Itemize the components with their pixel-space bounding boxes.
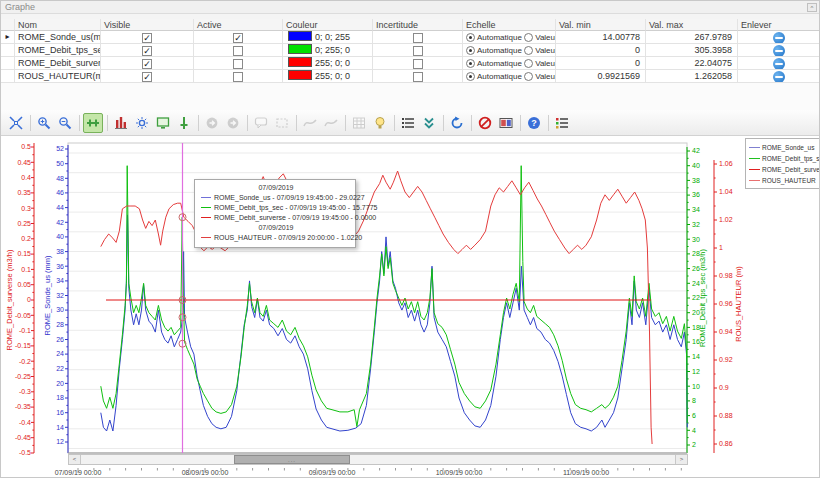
chart-cursor[interactable] <box>179 143 186 453</box>
echelle-radio-valeur[interactable] <box>524 72 533 81</box>
echelle-radio-valeur[interactable] <box>524 33 533 42</box>
echelle-radio-automatique[interactable] <box>466 72 475 81</box>
val-max-cell[interactable]: 22.04075 <box>646 57 738 70</box>
x-tick-label: 08/09/19 00:00 <box>182 469 229 476</box>
curve-list-icon[interactable] <box>398 113 418 133</box>
zoom-in-icon[interactable] <box>34 113 54 133</box>
active-checkbox[interactable] <box>233 72 243 82</box>
column-header-active[interactable]: Active <box>194 19 283 31</box>
compare-window-icon[interactable] <box>496 113 516 133</box>
val-min-cell[interactable]: 14.00778 <box>556 31 646 44</box>
collapse-all-icon[interactable] <box>419 113 439 133</box>
y-axis-title: ROME_Debit_tps_sec (m3/h) <box>698 249 707 347</box>
scrollbar-thumb[interactable]: ... <box>234 455 350 464</box>
refresh-icon[interactable] <box>447 113 467 133</box>
val-min-cell[interactable]: 0 <box>556 44 646 57</box>
echelle-radio-automatique[interactable] <box>466 46 475 55</box>
color-swatch[interactable] <box>288 44 312 54</box>
legend-item: ROME_Sonde_us <box>749 142 817 153</box>
val-max-cell[interactable]: 267.9789 <box>646 31 738 44</box>
column-header-nom[interactable]: Nom <box>15 19 101 31</box>
visible-checkbox[interactable]: ✓ <box>142 59 152 69</box>
x-tick-label: 09/09/19 00:00 <box>309 469 356 476</box>
curve-name[interactable]: ROME_Debit_tps_sec(m3/h) <box>15 44 101 57</box>
row-selector[interactable]: ▸ <box>1 31 15 44</box>
y-tick-label: 0.05 <box>17 281 31 288</box>
help-icon[interactable]: ? <box>524 113 544 133</box>
active-checkbox[interactable]: ✓ <box>233 33 243 43</box>
echelle-radio-valeur[interactable] <box>524 46 533 55</box>
table-row[interactable]: ROME_Debit_surverse(m3/h)✓255; 0; 0Autom… <box>1 57 820 70</box>
legend-options-icon[interactable] <box>552 113 572 133</box>
val-min-cell[interactable]: 0 <box>556 57 646 70</box>
active-checkbox[interactable] <box>233 46 243 56</box>
panel-collapse-button[interactable]: ^ <box>807 3 817 12</box>
vertical-slider-icon[interactable] <box>174 113 194 133</box>
incertitude-checkbox[interactable] <box>413 72 423 82</box>
column-header-enlever[interactable]: Enlever <box>738 19 820 31</box>
color-swatch[interactable] <box>288 31 312 41</box>
remove-curve-button[interactable] <box>773 71 785 83</box>
incertitude-checkbox[interactable] <box>413 59 423 69</box>
column-header-couleur[interactable]: Couleur <box>283 19 373 31</box>
zoom-out-icon[interactable] <box>55 113 75 133</box>
y-tick-label: 48 <box>56 175 64 182</box>
row-selector[interactable] <box>1 70 15 83</box>
legend-series-dash <box>749 180 760 181</box>
visible-checkbox[interactable]: ✓ <box>142 33 152 43</box>
column-header-val-max[interactable]: Val. max <box>646 19 738 31</box>
column-header-visible[interactable]: Visible <box>101 19 194 31</box>
column-header-val-min[interactable]: Val. min <box>556 19 646 31</box>
fit-to-window-icon[interactable] <box>6 113 26 133</box>
display-mode-icon[interactable] <box>153 113 173 133</box>
echelle-radio-automatique[interactable] <box>466 33 475 42</box>
y-tick-label: -0.5 <box>19 449 31 456</box>
scrollbar-left-arrow[interactable]: < <box>69 455 81 464</box>
y-tick-label: 42 <box>56 219 64 226</box>
y-tick-label: -0.4 <box>19 419 31 426</box>
stop-icon[interactable] <box>475 113 495 133</box>
echelle-radio-valeur[interactable] <box>524 59 533 68</box>
incertitude-checkbox[interactable] <box>413 46 423 56</box>
column-header-echelle[interactable]: Echelle <box>463 19 556 31</box>
y-axis-surverse: 0.50.450.40.350.30.250.20.150.10.050-0.0… <box>5 143 34 456</box>
settings-icon[interactable] <box>132 113 152 133</box>
remove-curve-button[interactable] <box>773 58 785 70</box>
curve-name[interactable]: ROUS_HAUTEUR(m) <box>15 70 101 83</box>
y-tick-label: 50 <box>56 160 64 167</box>
color-swatch[interactable] <box>288 70 312 80</box>
histogram-icon[interactable] <box>111 113 131 133</box>
curve-name[interactable]: ROME_Sonde_us(mm) <box>15 31 101 44</box>
val-max-cell[interactable]: 305.3958 <box>646 44 738 57</box>
echelle-radio-automatique[interactable] <box>466 59 475 68</box>
horizontal-scrollbar[interactable]: < > ... <box>68 454 688 465</box>
tooltip-date-1: 07/09/2019 <box>201 183 351 193</box>
table-row[interactable]: ▸ROME_Sonde_us(mm)✓✓0; 0; 255Automatique… <box>1 31 820 44</box>
remove-curve-button[interactable] <box>773 32 785 44</box>
y-tick-label: 2 <box>692 441 696 448</box>
column-header-incertitude[interactable]: Incertitude <box>373 19 463 31</box>
val-min-cell[interactable]: 0.9921569 <box>556 70 646 83</box>
chart-area[interactable]: 0.50.450.40.350.30.250.20.150.10.050-0.0… <box>1 136 820 477</box>
table-row[interactable]: ROUS_HAUTEUR(m)✓255; 0; 0Automatique Val… <box>1 70 820 83</box>
scrollbar-right-arrow[interactable]: > <box>675 455 687 464</box>
visible-checkbox[interactable]: ✓ <box>142 72 152 82</box>
color-swatch[interactable] <box>288 57 312 67</box>
val-max-cell[interactable]: 1.262058 <box>646 70 738 83</box>
row-selector[interactable] <box>1 57 15 70</box>
tooltip-date-2: 07/09/2019 <box>201 223 351 233</box>
color-rgb-text: 0; 0; 255 <box>315 32 350 42</box>
pan-horizontal-icon[interactable] <box>83 113 103 133</box>
y-tick-label: 18 <box>56 394 64 401</box>
active-checkbox[interactable] <box>233 59 243 69</box>
echelle-radio-label: Valeur <box>535 72 556 81</box>
remove-curve-button[interactable] <box>773 45 785 57</box>
visible-checkbox[interactable]: ✓ <box>142 46 152 56</box>
y-tick-label: 20 <box>56 380 64 387</box>
row-selector[interactable] <box>1 44 15 57</box>
table-row[interactable]: ROME_Debit_tps_sec(m3/h)✓0; 255; 0Automa… <box>1 44 820 57</box>
incertitude-checkbox[interactable] <box>413 33 423 43</box>
x-tick-label: 07/09/19 00:00 <box>55 469 102 476</box>
curve-name[interactable]: ROME_Debit_surverse(m3/h) <box>15 57 101 70</box>
highlight-icon[interactable] <box>370 113 390 133</box>
